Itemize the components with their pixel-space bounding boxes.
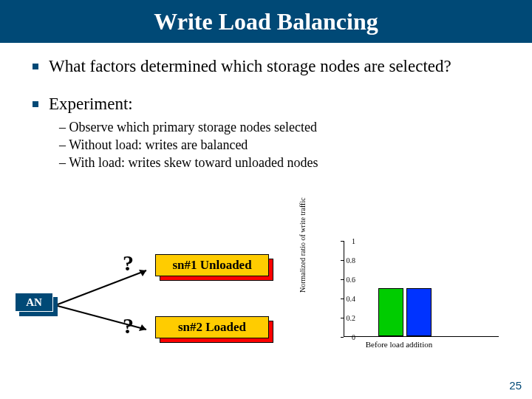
arrow-to-sn2 [56,303,152,347]
bullet-2-text: Experiment: [49,94,133,115]
sn2-label: sn#2 Loaded [155,316,269,338]
content-area: What factors determined which storage no… [0,43,532,171]
bullet-1-text: What factors determined which storage no… [49,56,451,78]
an-label: AN [15,293,53,312]
question-mark-2: ? [123,313,134,338]
bar-sn1 [378,288,403,336]
sub-bullet-list: Observe which primary storage nodes sele… [59,118,499,172]
bar-sn2 [406,288,432,336]
diagram: AN ? ? sn#1 Unloaded sn#2 Loaded [15,242,303,368]
title-bar: Write Load Balancing [0,0,532,43]
sub-bullet-3: With load: writes skew toward unloaded n… [59,154,499,171]
sn1-label: sn#1 Unloaded [155,254,269,276]
bullet-1: What factors determined which storage no… [33,56,499,78]
chart-x-label: Before load addition [355,340,443,349]
bullet-icon [33,101,38,107]
question-mark-1: ? [123,250,134,276]
slide-title: Write Load Balancing [154,8,378,35]
an-node: AN [15,293,58,315]
page-number: 25 [509,379,522,392]
arrow-to-sn1 [56,263,152,307]
sn2-node: sn#2 Loaded [155,316,273,341]
chart-plot-area [344,241,499,337]
slide: Write Load Balancing What factors determ… [0,0,532,399]
chart-y-axis-label: Normalized ratio of write traffic [299,204,307,293]
bullet-icon [33,64,38,69]
bullet-2: Experiment: [33,94,499,115]
chart: Normalized ratio of write traffic 1 0.8 … [303,235,514,361]
sub-bullet-2: Without load: writes are balanced [59,136,499,154]
sub-bullet-1: Observe which primary storage nodes sele… [59,118,499,136]
sn1-node: sn#1 Unloaded [155,254,273,279]
